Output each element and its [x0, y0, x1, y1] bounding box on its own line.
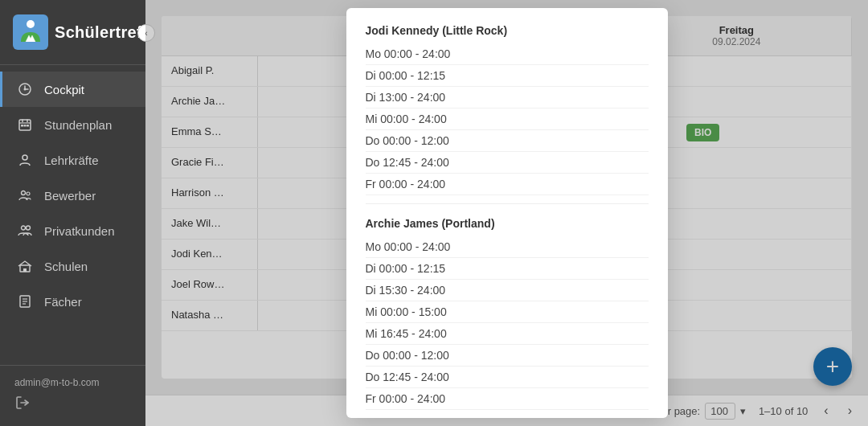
svg-rect-8 — [21, 125, 23, 127]
sidebar-item-label-privatkunden: Privatkunden — [44, 224, 115, 238]
modal-time-row: Fr 00:00 - 24:00 — [366, 174, 649, 195]
svg-point-11 — [23, 155, 27, 160]
svg-point-15 — [27, 226, 31, 230]
modal-time-row: Mi 00:00 - 15:00 — [366, 301, 649, 323]
sidebar-item-cockpit[interactable]: Cockpit — [0, 72, 145, 107]
modal-time-row: Mo 00:00 - 24:00 — [366, 236, 649, 258]
sidebar: Schülertreff ‹ Cockpit — [0, 0, 145, 426]
svg-rect-10 — [27, 125, 29, 127]
modal-box: Jodi Kennedy (Little Rock) Mo 00:00 - 24… — [346, 8, 668, 418]
sidebar-item-label-cockpit: Cockpit — [44, 83, 84, 96]
bewerber-icon — [17, 187, 33, 203]
privatkunden-icon — [17, 223, 33, 239]
cockpit-icon — [17, 81, 33, 97]
modal-section-divider — [366, 203, 649, 204]
modal-time-row: Do 12:45 - 24:00 — [366, 152, 649, 174]
modal-time-row: Do 00:00 - 12:00 — [366, 345, 649, 367]
modal-section-title-1: Jodi Kennedy (Little Rock) — [366, 24, 649, 37]
user-email: admin@m-to-b.com — [14, 377, 131, 388]
sidebar-item-privatkunden[interactable]: Privatkunden — [0, 213, 145, 248]
sidebar-item-schulen[interactable]: Schulen — [0, 248, 145, 284]
sidebar-item-label-stundenplan: Stundenplan — [44, 118, 112, 132]
sidebar-item-label-bewerber: Bewerber — [44, 189, 96, 203]
sidebar-footer: admin@m-to-b.com — [0, 365, 145, 426]
svg-point-1 — [27, 20, 35, 28]
modal-time-row: Mi 16:45 - 24:00 — [366, 323, 649, 345]
logo-area: Schülertreff — [0, 0, 145, 65]
lehrkraefte-icon — [17, 152, 33, 168]
svg-rect-9 — [24, 125, 27, 127]
modal-time-row: Di 13:00 - 24:00 — [366, 87, 649, 109]
sidebar-item-stundenplan[interactable]: Stundenplan — [0, 107, 145, 142]
modal-time-row: Di 00:00 - 12:15 — [366, 65, 649, 87]
sidebar-item-faecher[interactable]: Fächer — [0, 284, 145, 319]
modal-time-row: Di 15:30 - 24:00 — [366, 280, 649, 301]
modal-section-title-2: Archie James (Portland) — [366, 217, 649, 230]
sidebar-item-label-lehrkraefte: Lehrkräfte — [44, 154, 99, 167]
sidebar-item-lehrkraefte[interactable]: Lehrkräfte — [0, 142, 145, 178]
schulen-icon — [17, 258, 33, 274]
modal-time-row: Di 00:00 - 12:15 — [366, 258, 649, 280]
sidebar-item-label-faecher: Fächer — [44, 295, 82, 309]
modal-time-row: Mi 00:00 - 24:00 — [366, 109, 649, 130]
sidebar-item-bewerber[interactable]: Bewerber — [0, 178, 145, 213]
modal-time-row: Fr 00:00 - 24:00 — [366, 388, 649, 410]
modal-overlay[interactable]: Jodi Kennedy (Little Rock) Mo 00:00 - 24… — [145, 0, 868, 426]
svg-point-14 — [22, 226, 26, 230]
faecher-icon — [17, 293, 33, 309]
stundenplan-icon — [17, 117, 33, 133]
modal-time-row: Do 00:00 - 12:00 — [366, 130, 649, 152]
sidebar-nav: Cockpit Stundenplan — [0, 72, 145, 365]
logo-text: Schülertreff — [55, 23, 148, 42]
svg-point-3 — [24, 88, 27, 91]
modal-time-row: Do 12:45 - 24:00 — [366, 367, 649, 388]
modal-time-row: Mo 00:00 - 24:00 — [366, 43, 649, 65]
svg-point-12 — [22, 191, 26, 195]
sidebar-item-label-schulen: Schulen — [44, 260, 88, 273]
logo-icon — [13, 14, 48, 50]
logout-button[interactable] — [14, 395, 31, 415]
svg-point-13 — [27, 192, 30, 195]
svg-rect-17 — [23, 268, 27, 272]
main-content: Donnerstag 08.02.2024 Freitag 09.02.2024… — [145, 0, 868, 426]
